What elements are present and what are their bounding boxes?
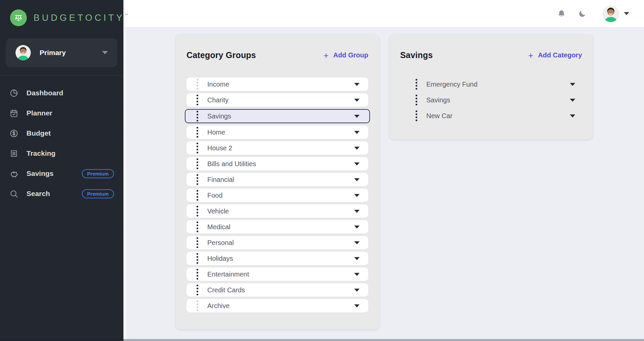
row-label: Savings: [207, 112, 231, 120]
plus-icon: +: [323, 51, 328, 60]
group-row-food[interactable]: Food: [186, 189, 368, 202]
chevron-down-icon[interactable]: [570, 83, 575, 86]
drag-handle-icon[interactable]: [197, 111, 199, 121]
drag-handle-icon[interactable]: [197, 300, 199, 311]
chevron-down-icon[interactable]: [570, 99, 575, 102]
row-label: Home: [207, 129, 225, 136]
row-label: Charity: [207, 96, 228, 104]
chevron-down-icon[interactable]: [354, 273, 360, 276]
savings-card: Savings + Add Category Emergency Fund Sa…: [389, 34, 593, 139]
drag-handle-icon[interactable]: [197, 127, 199, 138]
row-label: Emergency Fund: [426, 81, 477, 88]
group-row-medical[interactable]: Medical: [186, 220, 368, 234]
piggy-bank-icon: [9, 169, 18, 178]
profile-selector[interactable]: Primary: [6, 38, 117, 67]
sidebar-item-dashboard[interactable]: Dashboard: [9, 83, 114, 103]
add-group-button[interactable]: + Add Group: [323, 51, 368, 60]
chevron-down-icon[interactable]: [570, 114, 575, 117]
group-row-financial[interactable]: Financial: [186, 173, 368, 186]
group-row-personal[interactable]: Personal: [186, 236, 368, 249]
chevron-down-icon[interactable]: [354, 194, 360, 197]
row-label: Personal: [207, 239, 234, 247]
window-bottom-edge: [0, 339, 644, 341]
row-label: Income: [207, 81, 229, 88]
chevron-down-icon[interactable]: [354, 115, 360, 118]
chevron-down-icon[interactable]: [354, 178, 360, 181]
search-icon: [9, 189, 18, 198]
sidebar-item-label: Dashboard: [26, 89, 63, 97]
drag-handle-icon[interactable]: [197, 95, 199, 105]
sidebar-item-savings[interactable]: SavingsPremium: [9, 163, 114, 184]
dark-mode-toggle[interactable]: [576, 7, 589, 20]
group-row-income[interactable]: Income: [186, 78, 368, 91]
drag-handle-icon[interactable]: [197, 79, 199, 90]
chevron-down-icon[interactable]: [354, 289, 360, 292]
group-row-charity[interactable]: Charity: [186, 93, 368, 107]
group-row-vehicle[interactable]: Vehicle: [186, 204, 368, 218]
group-row-holidays[interactable]: Holidays: [186, 252, 368, 265]
sidebar: BUDGETOCITY™ Primary DashboardPlannerBud…: [0, 0, 123, 341]
drag-handle-icon[interactable]: [197, 237, 199, 248]
chevron-down-icon[interactable]: [354, 147, 360, 150]
drag-handle-icon[interactable]: [416, 79, 418, 90]
drag-handle-icon[interactable]: [416, 95, 418, 105]
drag-handle-icon[interactable]: [416, 110, 418, 121]
chevron-down-icon[interactable]: [354, 99, 360, 102]
drag-handle-icon[interactable]: [197, 285, 199, 295]
row-label: Archive: [207, 302, 230, 310]
group-row-entertainment[interactable]: Entertainment: [186, 267, 368, 281]
chevron-down-icon[interactable]: [354, 83, 360, 86]
group-row-home[interactable]: Home: [186, 126, 368, 139]
savings-row-savings[interactable]: Savings: [400, 93, 582, 107]
app-window: BUDGETOCITY™ Primary DashboardPlannerBud…: [0, 0, 644, 341]
chevron-down-icon[interactable]: [354, 162, 360, 165]
savings-row-new-car[interactable]: New Car: [400, 109, 582, 123]
drag-handle-icon[interactable]: [197, 206, 199, 216]
profile-name: Primary: [40, 49, 66, 57]
chevron-down-icon[interactable]: [354, 226, 360, 229]
drag-handle-icon[interactable]: [197, 269, 199, 280]
premium-badge: Premium: [82, 189, 114, 198]
sidebar-item-planner[interactable]: Planner: [9, 103, 114, 123]
group-row-savings[interactable]: Savings: [185, 109, 370, 123]
row-label: Savings: [426, 96, 450, 104]
plus-icon: +: [528, 51, 533, 60]
drag-handle-icon[interactable]: [197, 190, 199, 201]
trademark-symbol: ™: [125, 13, 128, 17]
chevron-down-icon[interactable]: [354, 304, 360, 307]
drag-handle-icon[interactable]: [197, 143, 199, 153]
chevron-down-icon[interactable]: [354, 131, 360, 134]
avatar: [602, 5, 619, 22]
sidebar-item-label: Search: [26, 190, 50, 198]
notifications-button[interactable]: [555, 7, 568, 20]
sidebar-item-tracking[interactable]: Tracking: [9, 143, 114, 163]
group-row-archive[interactable]: Archive: [186, 299, 368, 312]
brand-logo: BUDGETOCITY™: [0, 0, 123, 35]
chevron-down-icon[interactable]: [354, 210, 360, 213]
group-row-credit-cards[interactable]: Credit Cards: [186, 283, 368, 297]
sidebar-item-search[interactable]: SearchPremium: [9, 184, 114, 204]
savings-title: Savings: [400, 50, 433, 60]
drag-handle-icon[interactable]: [197, 253, 199, 264]
group-row-house-2[interactable]: House 2: [186, 141, 368, 155]
receipt-icon: [9, 149, 18, 158]
chevron-down-icon[interactable]: [354, 257, 360, 260]
drag-handle-icon[interactable]: [197, 158, 199, 169]
row-label: Credit Cards: [207, 286, 245, 294]
main-area: Category Groups + Add Group Income Chari…: [123, 0, 644, 341]
row-label: Vehicle: [207, 207, 229, 215]
savings-row-emergency-fund[interactable]: Emergency Fund: [400, 78, 582, 91]
chevron-down-icon[interactable]: [354, 241, 360, 244]
group-row-bills-and-utilities[interactable]: Bills and Utilities: [186, 157, 368, 170]
row-label: New Car: [426, 112, 452, 120]
account-menu-button[interactable]: [602, 5, 629, 22]
brand-wordmark: BUDGETOCITY™: [34, 13, 128, 23]
page-content: Category Groups + Add Group Income Chari…: [123, 28, 644, 341]
drag-handle-icon[interactable]: [197, 174, 199, 185]
sidebar-item-budget[interactable]: Budget: [9, 123, 114, 143]
add-category-button[interactable]: + Add Category: [528, 51, 582, 60]
category-groups-card: Category Groups + Add Group Income Chari…: [176, 34, 379, 329]
user-avatar-image: [602, 5, 619, 22]
sidebar-item-label: Savings: [26, 169, 54, 178]
drag-handle-icon[interactable]: [197, 222, 199, 232]
